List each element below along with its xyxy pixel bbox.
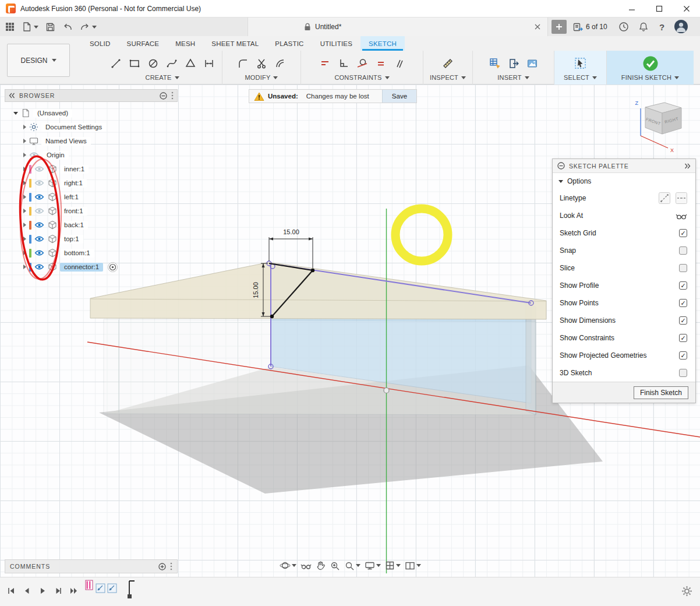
select-menu[interactable]: SELECT — [564, 74, 597, 81]
browser-item-document-settings[interactable]: Document Settings — [5, 120, 178, 134]
expand-arrow-icon[interactable] — [23, 167, 26, 171]
visibility-eye-icon[interactable] — [34, 221, 45, 228]
browser-item-bottom[interactable]: bottom:1 — [5, 246, 178, 260]
close-button[interactable] — [673, 0, 700, 17]
collapse-panel-icon[interactable] — [9, 93, 15, 98]
timeline-group-marker[interactable] — [85, 580, 94, 591]
browser-header[interactable]: BROWSER — [5, 89, 178, 102]
tab-sheet-metal[interactable]: SHEET METAL — [203, 36, 267, 51]
3d-sketch-checkbox[interactable] — [679, 369, 687, 377]
sketch-palette-header[interactable]: SKETCH PALETTE — [553, 159, 695, 173]
add-comment-icon[interactable] — [158, 563, 166, 570]
finish-sketch-icon[interactable] — [641, 54, 660, 73]
undo-icon[interactable] — [61, 19, 75, 34]
browser-item-back[interactable]: back:1 — [5, 218, 178, 232]
insert-canvas-image-icon[interactable] — [524, 55, 540, 71]
expand-arrow-icon[interactable] — [13, 112, 18, 115]
centerline-icon[interactable] — [676, 192, 687, 204]
tab-solid[interactable]: SOLID — [82, 36, 119, 51]
visibility-eye-icon[interactable] — [29, 152, 40, 158]
dimension-value[interactable]: 15.00 — [252, 282, 259, 298]
expand-panel-icon[interactable] — [684, 163, 691, 169]
visibility-eye-icon[interactable] — [34, 249, 45, 256]
activate-component-icon[interactable] — [108, 262, 118, 272]
sketch-grid-checkbox[interactable] — [679, 229, 687, 237]
browser-item-front[interactable]: front:1 — [5, 204, 178, 218]
zoom-icon[interactable] — [344, 561, 360, 571]
history-clock-icon[interactable] — [618, 17, 629, 36]
notifications-bell-icon[interactable] — [638, 17, 649, 36]
day-pass-badge[interactable]: 6 of 10 — [573, 17, 607, 36]
browser-root-item[interactable]: (Unsaved) — [5, 106, 178, 120]
measure-tool-icon[interactable] — [440, 55, 456, 71]
zoom-window-icon[interactable] — [330, 561, 340, 571]
sketch-dimension-icon[interactable] — [201, 55, 217, 71]
tab-utilities[interactable]: UTILITIES — [312, 36, 360, 51]
show-profile-checkbox[interactable] — [679, 281, 687, 290]
timeline-position-slider[interactable] — [127, 580, 136, 600]
front-glass-face[interactable] — [104, 319, 536, 415]
expand-arrow-icon[interactable] — [23, 209, 26, 213]
comments-panel[interactable]: COMMENTS — [5, 559, 178, 573]
maximize-button[interactable] — [645, 0, 673, 17]
timeline-sketch-feature-icon[interactable] — [96, 583, 105, 593]
workspace-selector[interactable]: DESIGN — [7, 44, 70, 77]
dimension-value[interactable]: 15.00 — [283, 228, 299, 235]
expand-arrow-icon[interactable] — [23, 237, 26, 241]
circle-tool-icon[interactable] — [145, 55, 161, 71]
slice-checkbox[interactable] — [679, 264, 687, 272]
tab-mesh[interactable]: MESH — [167, 36, 203, 51]
view-cube[interactable]: FRONT RIGHT Z X — [626, 90, 699, 157]
app-grid-icon[interactable] — [3, 19, 16, 34]
expand-arrow-icon[interactable] — [23, 251, 26, 255]
viewports-icon[interactable] — [405, 561, 421, 570]
display-settings-icon[interactable] — [365, 561, 381, 570]
save-icon[interactable] — [44, 19, 57, 34]
perpendicular-constraint-icon[interactable] — [335, 55, 351, 71]
timeline-sketch-feature-icon[interactable] — [107, 583, 117, 593]
grid-display-icon[interactable] — [385, 561, 401, 570]
visibility-eye-icon[interactable] — [34, 165, 45, 172]
tab-plastic[interactable]: PLASTIC — [267, 36, 312, 51]
tab-sketch[interactable]: SKETCH — [360, 36, 405, 51]
insert-derive-icon[interactable] — [505, 55, 521, 71]
show-dimensions-checkbox[interactable] — [679, 316, 687, 325]
expand-arrow-icon[interactable] — [23, 139, 26, 143]
finish-sketch-button[interactable]: Finish Sketch — [634, 386, 688, 399]
select-tool-icon[interactable] — [572, 55, 588, 71]
show-projected-geometries-checkbox[interactable] — [679, 351, 687, 360]
construction-line-icon[interactable] — [659, 192, 670, 204]
origin-point[interactable] — [384, 388, 389, 393]
constraints-menu[interactable]: CONSTRAINTS — [334, 74, 389, 81]
help-icon[interactable]: ? — [659, 17, 664, 36]
inspect-menu[interactable]: INSPECT — [430, 74, 466, 81]
browser-item-connector[interactable]: connector:1 — [5, 260, 178, 274]
pan-icon[interactable] — [316, 561, 326, 570]
expand-arrow-icon[interactable] — [23, 153, 26, 157]
modify-menu[interactable]: MODIFY — [245, 74, 278, 81]
sketch-point[interactable] — [270, 315, 274, 318]
file-menu-icon[interactable] — [20, 19, 40, 34]
spline-tool-icon[interactable] — [164, 55, 179, 71]
play-icon[interactable] — [36, 584, 49, 597]
horizontal-vertical-constraint-icon[interactable] — [317, 55, 333, 71]
browser-item-top[interactable]: top:1 — [5, 232, 178, 246]
create-menu[interactable]: CREATE — [145, 74, 179, 81]
insert-table-icon[interactable] — [487, 55, 503, 71]
browser-item-named-views[interactable]: Named Views — [5, 134, 178, 148]
browser-item-left[interactable]: left:1 — [5, 190, 178, 204]
tab-close-icon[interactable] — [533, 22, 542, 31]
look-at-icon[interactable] — [676, 211, 687, 220]
tab-surface[interactable]: SURFACE — [119, 36, 168, 51]
show-constraints-checkbox[interactable] — [679, 334, 687, 342]
save-button[interactable]: Save — [382, 90, 416, 103]
sketch-point[interactable] — [311, 269, 314, 272]
equal-constraint-icon[interactable] — [373, 55, 388, 71]
go-to-start-icon[interactable] — [5, 584, 17, 597]
panel-grip-icon[interactable] — [170, 562, 172, 570]
line-tool-icon[interactable] — [108, 55, 123, 71]
browser-item-right[interactable]: right:1 — [5, 176, 178, 190]
user-avatar[interactable] — [674, 20, 688, 33]
finish-sketch-menu[interactable]: FINISH SKETCH — [621, 74, 679, 81]
tangent-constraint-icon[interactable] — [354, 55, 370, 71]
